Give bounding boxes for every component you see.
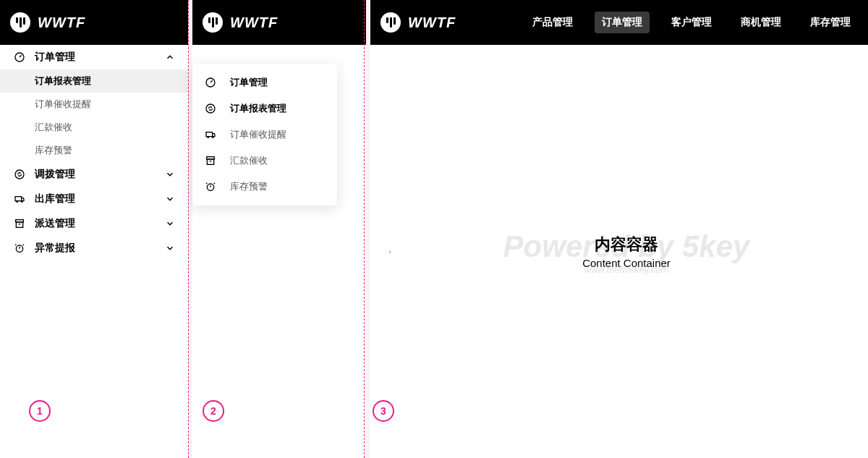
topnav-orders[interactable]: 订单管理 [595, 12, 650, 33]
svg-point-13 [206, 104, 215, 113]
sidebar-sub-remit[interactable]: 汇款催收 [0, 116, 188, 139]
annotation-badge-1: 1 [29, 400, 51, 422]
flyout-item-remit[interactable]: 汇款催收 [192, 148, 337, 174]
brand-name: WWTF [230, 14, 278, 31]
svg-point-1 [15, 170, 24, 179]
layout-variant-1: WWTF 订单管理 订单报表管理 订单催收提醒 汇款催收 库存预警 调拨管理 出… [0, 0, 188, 458]
svg-point-4 [21, 200, 22, 202]
topnav-product[interactable]: 产品管理 [525, 12, 580, 33]
svg-line-10 [15, 245, 16, 245]
svg-line-23 [214, 183, 215, 184]
brand-name: WWTF [408, 14, 456, 31]
refresh-icon [204, 102, 217, 115]
sidebar-group-delivery[interactable]: 派送管理 [0, 211, 188, 236]
flyout-item-reminder[interactable]: 订单催收提醒 [192, 122, 337, 148]
layout-variant-2: WWTF 订单管理 订单报表管理 订单催收提醒 汇款催收 库存预警 [192, 0, 366, 458]
chevron-up-icon [165, 52, 175, 62]
sidebar-group-orders[interactable]: 订单管理 [0, 45, 188, 69]
archive-icon [13, 217, 26, 230]
annotation-divider [364, 0, 365, 458]
chevron-down-icon [165, 169, 175, 179]
truck-icon [204, 128, 217, 141]
sidebar-sub-reminder[interactable]: 订单催收提醒 [0, 93, 188, 116]
sidebar-sub-report[interactable]: 订单报表管理 [0, 69, 188, 93]
annotation-badge-3: 3 [373, 400, 394, 422]
gauge-icon [204, 76, 217, 89]
archive-icon [204, 154, 217, 167]
sidebar-group-outbound[interactable]: 出库管理 [0, 187, 188, 211]
header-bar: WWTF [192, 0, 366, 45]
alarm-icon [13, 242, 26, 255]
annotation-divider [188, 0, 189, 458]
svg-point-3 [17, 200, 18, 202]
svg-rect-18 [207, 159, 213, 164]
flyout-item-stock[interactable]: 库存预警 [192, 174, 337, 200]
svg-rect-6 [16, 222, 22, 227]
header-bar: WWTF 产品管理 订单管理 客户管理 商机管理 库存管理 [370, 0, 868, 45]
content-container: Powered by 5key www.thefivekey.com 内容容器 … [385, 45, 868, 458]
chevron-down-icon [165, 243, 175, 253]
layout-variant-3: WWTF 产品管理 订单管理 客户管理 商机管理 库存管理 Powered by… [370, 0, 868, 458]
content-title: 内容容器 [595, 234, 658, 255]
sidebar-group-exception[interactable]: 异常提报 [0, 236, 188, 260]
svg-point-8 [16, 245, 22, 252]
svg-line-22 [206, 183, 207, 184]
refresh-icon [13, 168, 26, 181]
topnav-customer[interactable]: 客户管理 [664, 12, 719, 33]
svg-line-11 [23, 245, 24, 245]
expand-sidebar-handle[interactable] [385, 237, 395, 266]
chevron-down-icon [165, 219, 175, 229]
annotation-badge-2: 2 [203, 400, 224, 422]
sidebar: 订单管理 订单报表管理 订单催收提醒 汇款催收 库存预警 调拨管理 出库管理 派… [0, 45, 188, 260]
svg-rect-14 [206, 132, 213, 137]
brand-name: WWTF [38, 14, 85, 31]
svg-rect-2 [15, 197, 22, 201]
alarm-icon [204, 180, 217, 193]
flyout-menu: 订单管理 订单报表管理 订单催收提醒 汇款催收 库存预警 [192, 64, 337, 205]
topnav-inventory[interactable]: 库存管理 [803, 12, 858, 33]
topnav-business[interactable]: 商机管理 [733, 12, 788, 33]
sidebar-group-label: 订单管理 [35, 51, 75, 64]
svg-point-20 [207, 184, 213, 190]
sidebar-sub-stock[interactable]: 库存预警 [0, 139, 188, 162]
top-nav: 产品管理 订单管理 客户管理 商机管理 库存管理 [525, 12, 858, 33]
header-bar: WWTF [0, 0, 188, 45]
content-subtitle: Content Container [582, 257, 671, 269]
truck-icon [13, 192, 26, 205]
logo-icon [10, 12, 30, 33]
logo-icon [380, 12, 401, 33]
gauge-icon [13, 51, 26, 64]
chevron-down-icon [165, 194, 175, 204]
flyout-header[interactable]: 订单管理 [192, 69, 337, 96]
logo-icon [203, 12, 223, 33]
sidebar-group-transfer[interactable]: 调拨管理 [0, 162, 188, 187]
flyout-item-report[interactable]: 订单报表管理 [192, 96, 337, 122]
